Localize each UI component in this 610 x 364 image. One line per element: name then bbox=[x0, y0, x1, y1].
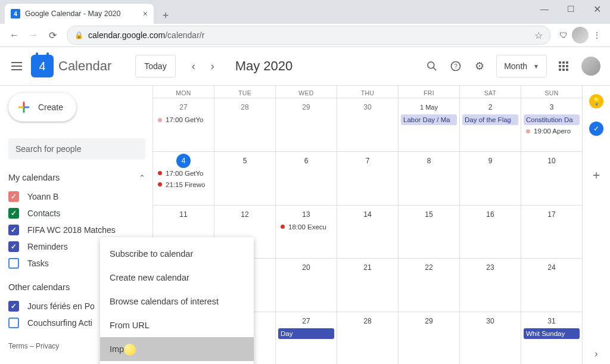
event-chip[interactable]: 17:00 GetYo bbox=[155, 114, 211, 125]
context-menu-item[interactable]: Subscribe to calendar bbox=[100, 242, 254, 266]
day-cell[interactable]: 16 bbox=[459, 206, 521, 259]
context-menu-item[interactable]: Create new calendar bbox=[100, 266, 254, 290]
next-period-button[interactable]: › bbox=[203, 57, 222, 76]
collapse-panel-button[interactable]: › bbox=[595, 349, 597, 359]
event-chip[interactable]: 21:15 Firewo bbox=[155, 179, 211, 190]
keep-panel-button[interactable]: 💡 bbox=[589, 94, 603, 108]
day-cell[interactable]: 8 bbox=[398, 152, 459, 205]
day-cell[interactable]: 417:00 GetYo21:15 Firewo bbox=[152, 152, 214, 205]
day-cell[interactable]: 10 bbox=[521, 152, 582, 205]
day-cell[interactable]: 9 bbox=[459, 152, 521, 205]
close-tab-icon[interactable]: × bbox=[143, 9, 148, 18]
day-cell[interactable]: 6 bbox=[275, 152, 337, 205]
bookmark-star-icon[interactable]: ☆ bbox=[534, 30, 543, 41]
day-cell[interactable]: 28 bbox=[214, 98, 275, 151]
chrome-menu-icon[interactable]: ⋮ bbox=[589, 27, 605, 43]
event-chip[interactable]: Day bbox=[278, 328, 334, 339]
close-window-button[interactable]: ✕ bbox=[584, 0, 610, 18]
day-cell[interactable]: 23 bbox=[459, 259, 521, 312]
calendar-item[interactable]: Yoann B bbox=[8, 188, 145, 205]
svg-line-1 bbox=[434, 68, 436, 70]
chrome-profile-avatar[interactable] bbox=[572, 27, 589, 43]
calendar-checkbox[interactable] bbox=[8, 241, 19, 252]
event-chip[interactable]: Whit Sunday bbox=[524, 328, 580, 339]
today-button[interactable]: Today bbox=[135, 55, 175, 77]
day-cell[interactable]: 30 bbox=[459, 312, 521, 364]
privacy-link[interactable]: Privacy bbox=[36, 342, 59, 350]
browser-tab[interactable]: 4 Google Calendar - May 2020 × bbox=[5, 4, 154, 24]
my-calendars-toggle[interactable]: My calendars ⌃ bbox=[8, 173, 145, 182]
context-menu-item[interactable]: Import bbox=[100, 337, 254, 361]
day-of-week: FRI bbox=[398, 86, 459, 98]
day-cell[interactable]: 2717:00 GetYo bbox=[152, 98, 214, 151]
day-cell[interactable]: 7 bbox=[337, 152, 398, 205]
day-number: 28 bbox=[338, 315, 397, 328]
day-number: 30 bbox=[461, 315, 519, 328]
minimize-button[interactable]: — bbox=[531, 0, 558, 18]
event-label: Day bbox=[281, 330, 292, 337]
support-button[interactable]: ? bbox=[444, 54, 468, 78]
day-cell[interactable]: 15 bbox=[398, 206, 459, 259]
day-cell[interactable]: 31Whit Sunday bbox=[521, 312, 582, 364]
event-chip[interactable]: 18:00 Execu bbox=[278, 222, 334, 232]
day-cell[interactable]: 1318:00 Execu bbox=[275, 206, 337, 259]
add-panel-button[interactable]: ＋ bbox=[590, 167, 602, 183]
tasks-panel-button[interactable]: ✓ bbox=[589, 122, 603, 136]
app-header: 4 Calendar Today ‹ › May 2020 ? ⚙ Month … bbox=[0, 47, 610, 86]
context-menu-item[interactable]: Browse calendars of interest bbox=[100, 290, 254, 313]
new-tab-button[interactable]: + bbox=[157, 7, 174, 24]
day-cell[interactable]: 22 bbox=[398, 259, 459, 312]
day-cell[interactable]: 21 bbox=[337, 259, 398, 312]
day-cell[interactable]: 3Constitution Da19:00 Apero bbox=[521, 98, 582, 151]
event-chip[interactable]: 17:00 GetYo bbox=[155, 168, 211, 179]
day-of-week: THU bbox=[337, 86, 398, 98]
create-button[interactable]: Create bbox=[8, 93, 76, 122]
back-button[interactable]: ← bbox=[5, 26, 24, 45]
prev-period-button[interactable]: ‹ bbox=[184, 57, 203, 76]
omnibox[interactable]: 🔒 calendar.google.com/calendar/r ☆ bbox=[67, 26, 550, 45]
calendar-item[interactable]: Contacts bbox=[8, 205, 145, 222]
day-cell[interactable]: 27Day bbox=[275, 312, 337, 364]
calendar-checkbox[interactable] bbox=[8, 225, 19, 235]
calendar-checkbox[interactable] bbox=[8, 191, 19, 202]
calendar-checkbox[interactable] bbox=[8, 301, 19, 312]
maximize-button[interactable]: ☐ bbox=[558, 0, 584, 18]
day-cell[interactable]: 30 bbox=[337, 98, 398, 151]
calendar-checkbox[interactable] bbox=[8, 208, 19, 219]
current-period-label: May 2020 bbox=[235, 58, 293, 74]
day-cell[interactable]: 29 bbox=[398, 312, 459, 364]
reload-button[interactable]: ⟳ bbox=[43, 26, 62, 45]
day-number: 21 bbox=[338, 261, 397, 274]
day-cell[interactable]: 14 bbox=[337, 206, 398, 259]
shield-extension-icon[interactable]: 🛡 bbox=[555, 27, 572, 43]
day-number: 27 bbox=[154, 101, 213, 114]
event-chip[interactable]: Constitution Da bbox=[524, 114, 580, 125]
view-switch[interactable]: Month ▼ bbox=[496, 55, 547, 77]
lock-icon: 🔒 bbox=[74, 31, 83, 39]
google-apps-button[interactable] bbox=[552, 54, 575, 78]
calendar-logo-text: Calendar bbox=[58, 58, 111, 74]
day-cell[interactable]: 24 bbox=[521, 259, 582, 312]
day-cell[interactable]: 2Day of the Flag bbox=[459, 98, 521, 151]
settings-button[interactable]: ⚙ bbox=[468, 54, 491, 78]
calendar-checkbox[interactable] bbox=[8, 258, 19, 269]
event-chip[interactable]: Day of the Flag bbox=[462, 114, 518, 125]
search-people-input[interactable]: Search for people bbox=[8, 138, 145, 160]
day-cell[interactable]: 1 MayLabor Day / Ma bbox=[398, 98, 459, 151]
account-avatar[interactable] bbox=[581, 57, 600, 76]
day-cell[interactable]: 29 bbox=[275, 98, 337, 151]
terms-link[interactable]: Terms bbox=[8, 342, 28, 350]
main-menu-button[interactable] bbox=[5, 54, 29, 78]
day-cell[interactable]: 5 bbox=[214, 152, 275, 205]
calendar-item[interactable]: FIFA WC 2018 Matches bbox=[8, 222, 145, 238]
calendar-checkbox[interactable] bbox=[8, 318, 19, 328]
event-chip[interactable]: 19:00 Apero bbox=[524, 126, 580, 136]
event-dot-icon bbox=[158, 118, 162, 122]
event-chip[interactable]: Labor Day / Ma bbox=[401, 114, 457, 125]
day-cell[interactable]: 20 bbox=[275, 259, 337, 312]
day-cell[interactable]: 28 bbox=[337, 312, 398, 364]
search-button[interactable] bbox=[420, 54, 444, 78]
context-menu-item[interactable]: From URL bbox=[100, 313, 254, 337]
day-cell[interactable]: 17 bbox=[521, 206, 582, 259]
forward-button[interactable]: → bbox=[24, 26, 43, 45]
